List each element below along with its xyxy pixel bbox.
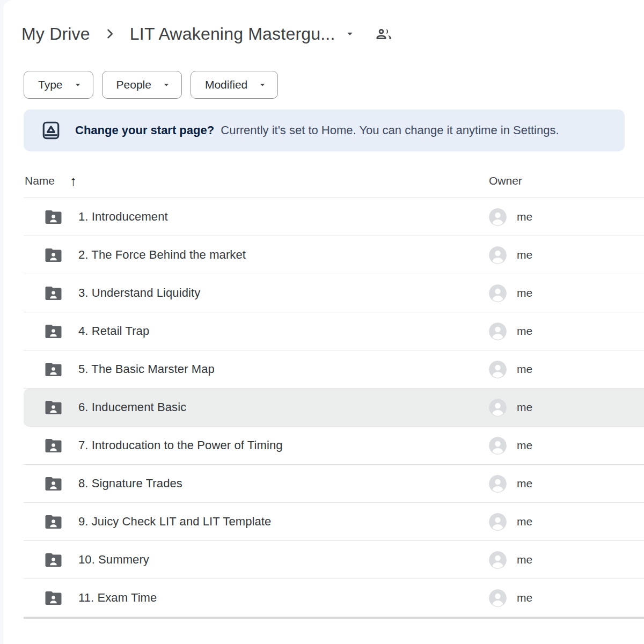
file-table: Name ↑ Owner 1. Introducement me 2. The … (24, 151, 644, 619)
table-row[interactable]: 1. Introducement me (24, 198, 644, 236)
avatar-icon (489, 208, 507, 226)
folder-name: 7. Introducation to the Power of Timing (78, 438, 283, 452)
owner-column-header: Owner (489, 174, 644, 187)
folder-name: 10. Summery (78, 553, 149, 567)
owner-label: me (517, 325, 532, 338)
table-bottom-divider (24, 617, 644, 619)
owner-label: me (517, 553, 532, 566)
folder-name: 3. Understand Liquidity (78, 286, 200, 300)
banner-text: Change your start page? Currently it's s… (75, 123, 559, 137)
owner-cell: me (489, 399, 644, 416)
name-header-label: Name (25, 174, 55, 187)
chip-caret-icon (257, 79, 268, 90)
shared-folder-icon (24, 477, 78, 491)
folder-name: 11. Exam Time (78, 591, 157, 605)
chevron-right-icon (102, 26, 118, 42)
table-row[interactable]: 9. Juicy Check LIT and LIT Template me (24, 503, 644, 541)
owner-cell: me (489, 437, 644, 455)
banner-message: Currently it's set to Home. You can chan… (221, 123, 559, 137)
start-page-icon (41, 120, 61, 141)
avatar-icon (489, 513, 507, 531)
folder-name: 1. Introducement (78, 210, 168, 224)
shared-folder-icon (24, 248, 78, 262)
shared-folder-icon (24, 591, 78, 605)
drive-content-panel: My Drive LIT Awakening Mastergu... Type (3, 0, 644, 644)
shared-folder-icon (24, 210, 78, 224)
breadcrumb-current-folder[interactable]: LIT Awakening Mastergu... (126, 23, 360, 45)
table-row[interactable]: 6. Inducement Basic me (24, 389, 644, 427)
table-row[interactable]: 2. The Force Behind the market me (24, 236, 644, 274)
owner-label: me (517, 477, 532, 490)
owner-label: me (517, 248, 532, 261)
folder-name: 5. The Basic Marster Map (78, 362, 215, 376)
shared-folder-icon (24, 439, 78, 452)
shared-folder-icon (24, 287, 78, 300)
avatar-icon (489, 361, 507, 378)
avatar-icon (489, 589, 507, 607)
shared-folder-icon (24, 325, 78, 338)
table-row[interactable]: 5. The Basic Marster Map me (24, 350, 644, 389)
avatar-icon (489, 475, 507, 493)
shared-folder-icon (24, 553, 78, 567)
table-row[interactable]: 7. Introducation to the Power of Timing … (24, 427, 644, 465)
table-row[interactable]: 8. Signature Trades me (24, 465, 644, 503)
table-row[interactable]: 10. Summery me (24, 541, 644, 579)
avatar-icon (489, 323, 507, 340)
filter-chips: Type People Modified (3, 71, 644, 99)
owner-label: me (517, 515, 532, 528)
owner-label: me (517, 363, 532, 376)
owner-label: me (517, 401, 532, 414)
table-row[interactable]: 4. Retail Trap me (24, 312, 644, 350)
owner-label: me (517, 287, 532, 299)
filter-chip-type[interactable]: Type (24, 71, 93, 99)
banner-title: Change your start page? (75, 123, 214, 137)
owner-label: me (517, 439, 532, 452)
owner-cell: me (489, 475, 644, 493)
owner-cell: me (489, 361, 644, 378)
filter-chip-modified[interactable]: Modified (191, 71, 278, 99)
shared-folder-icon (24, 363, 78, 376)
avatar-icon (489, 284, 507, 302)
chip-label: Modified (205, 78, 247, 91)
chip-label: Type (38, 78, 63, 91)
chip-caret-icon (161, 79, 172, 90)
shared-folder-icon (24, 401, 78, 414)
owner-cell: me (489, 589, 644, 607)
folder-name: 6. Inducement Basic (78, 400, 186, 414)
current-folder-label: LIT Awakening Mastergu... (130, 24, 335, 44)
avatar-icon (489, 399, 507, 416)
owner-cell: me (489, 551, 644, 569)
folder-name: 2. The Force Behind the market (78, 248, 246, 262)
owner-cell: me (489, 323, 644, 340)
owner-label: me (517, 210, 532, 223)
sort-ascending-icon: ↑ (70, 174, 77, 188)
avatar-icon (489, 246, 507, 264)
name-column-header[interactable]: Name ↑ (24, 174, 77, 188)
shared-people-icon[interactable] (374, 24, 393, 43)
folder-name: 4. Retail Trap (78, 324, 149, 338)
folder-name: 9. Juicy Check LIT and LIT Template (78, 515, 271, 529)
owner-cell: me (489, 284, 644, 302)
shared-folder-icon (24, 515, 78, 529)
table-header: Name ↑ Owner (24, 151, 644, 198)
start-page-banner: Change your start page? Currently it's s… (24, 109, 625, 151)
folder-dropdown-caret-icon (344, 28, 356, 40)
breadcrumb-my-drive[interactable]: My Drive (17, 23, 94, 45)
avatar-icon (489, 551, 507, 569)
chip-caret-icon (72, 79, 83, 90)
table-row[interactable]: 3. Understand Liquidity me (24, 274, 644, 312)
avatar-icon (489, 437, 507, 455)
breadcrumb: My Drive LIT Awakening Mastergu... (3, 0, 644, 48)
chip-label: People (116, 78, 151, 91)
filter-chip-people[interactable]: People (102, 71, 182, 99)
owner-cell: me (489, 246, 644, 264)
owner-cell: me (489, 513, 644, 531)
owner-label: me (517, 591, 532, 604)
folder-name: 8. Signature Trades (78, 477, 182, 491)
owner-cell: me (489, 208, 644, 226)
table-row[interactable]: 11. Exam Time me (24, 579, 644, 617)
